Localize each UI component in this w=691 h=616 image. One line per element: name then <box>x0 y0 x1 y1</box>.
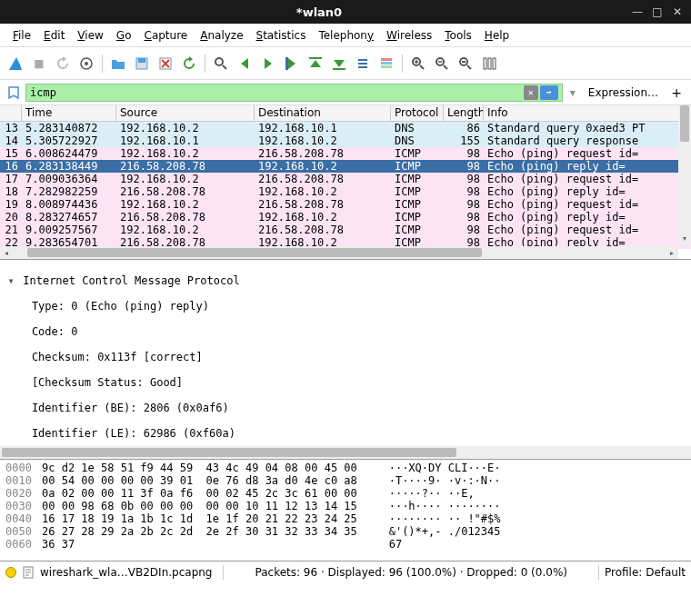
packet-row[interactable]: 208.283274657216.58.208.78192.168.10.2IC… <box>0 211 691 224</box>
packet-bytes-pane[interactable]: 00009c d2 1e 58 51 f9 44 59 43 4c 49 04 … <box>0 460 691 561</box>
status-bar: wireshark_wla…VB2DIn.pcapng Packets: 96 … <box>0 561 691 583</box>
shark-fin-icon[interactable] <box>5 54 25 74</box>
apply-filter-icon[interactable]: ➡ <box>540 85 558 100</box>
hex-row[interactable]: 005026 27 28 29 2a 2b 2c 2d 2e 2f 30 31 … <box>5 525 686 538</box>
svg-rect-14 <box>381 65 392 68</box>
horizontal-scrollbar[interactable]: ◂ ▸ <box>0 246 678 259</box>
column-header-no[interactable] <box>0 105 22 121</box>
column-header-protocol[interactable]: Protocol <box>391 105 444 121</box>
menu-help[interactable]: Help <box>479 27 515 44</box>
column-header-info[interactable]: Info <box>484 105 691 121</box>
close-button[interactable]: ✕ <box>671 5 684 18</box>
svg-rect-18 <box>462 61 466 63</box>
status-packets: Packets: 96 · Displayed: 96 (100.0%) · D… <box>229 566 593 579</box>
stop-capture-icon[interactable]: ■ <box>29 54 49 74</box>
svg-rect-12 <box>381 58 392 61</box>
packet-row[interactable]: 219.009257567192.168.10.2216.58.208.78IC… <box>0 224 691 236</box>
hex-row[interactable]: 006036 37 67 <box>5 538 686 551</box>
detail-line[interactable]: Identifier (BE): 2806 (0x0af6) <box>0 402 691 414</box>
capture-options-icon[interactable] <box>76 54 96 74</box>
menu-tools[interactable]: Tools <box>439 27 477 44</box>
menu-statistics[interactable]: Statistics <box>251 27 312 44</box>
filter-bar: icmp ✕ ➡ ▾ Expression… + <box>0 80 691 105</box>
svg-rect-13 <box>381 62 392 65</box>
maximize-button[interactable]: □ <box>651 5 664 18</box>
toolbar-separator <box>102 55 103 73</box>
menu-go[interactable]: Go <box>111 27 137 44</box>
column-header-time[interactable]: Time <box>22 105 116 121</box>
packet-row[interactable]: 198.008974436192.168.10.2216.58.208.78IC… <box>0 198 691 211</box>
svg-rect-8 <box>333 68 346 70</box>
svg-rect-19 <box>484 58 486 69</box>
horizontal-scrollbar[interactable] <box>0 446 691 459</box>
packet-list-pane: Time Source Destination Protocol Length … <box>0 105 691 260</box>
filter-history-dropdown[interactable]: ▾ <box>566 84 579 101</box>
detail-line[interactable]: Code: 0 <box>0 325 691 338</box>
hex-row[interactable]: 001000 54 00 00 00 00 39 01 0e 76 d8 3a … <box>5 474 686 487</box>
detail-line[interactable]: [Checksum Status: Good] <box>0 376 691 389</box>
menu-view[interactable]: View <box>72 27 108 44</box>
hex-row[interactable]: 00009c d2 1e 58 51 f9 44 59 43 4c 49 04 … <box>5 462 686 474</box>
expert-info-icon[interactable] <box>5 567 16 578</box>
svg-point-1 <box>85 62 88 65</box>
titlebar: *wlan0 — □ ✕ <box>0 0 691 24</box>
svg-rect-20 <box>488 58 491 69</box>
display-filter-input[interactable]: icmp ✕ ➡ <box>25 84 563 102</box>
status-profile[interactable]: Profile: Default <box>605 566 686 579</box>
svg-rect-11 <box>358 66 367 68</box>
column-header-length[interactable]: Length <box>444 105 484 121</box>
go-last-icon[interactable] <box>329 54 349 74</box>
packet-row[interactable]: 135.283140872192.168.10.2192.168.10.1DNS… <box>0 122 691 134</box>
packet-row[interactable]: 145.305722927192.168.10.1192.168.10.2DNS… <box>0 134 691 147</box>
packet-rows: 135.283140872192.168.10.2192.168.10.1DNS… <box>0 122 691 249</box>
proto-header[interactable]: Internet Control Message Protocol <box>23 274 239 287</box>
goto-packet-icon[interactable] <box>282 54 302 74</box>
detail-line[interactable]: Identifier (LE): 62986 (0xf60a) <box>0 427 691 440</box>
packet-details-pane[interactable]: ▾ Internet Control Message Protocol Type… <box>0 260 691 460</box>
menu-wireless[interactable]: Wireless <box>381 27 437 44</box>
collapse-toggle-icon[interactable]: ▾ <box>5 274 16 287</box>
svg-point-5 <box>215 58 223 65</box>
close-file-icon[interactable] <box>155 54 175 74</box>
hex-row[interactable]: 004016 17 18 19 1a 1b 1c 1d 1e 1f 20 21 … <box>5 512 686 525</box>
menu-capture[interactable]: Capture <box>138 27 193 44</box>
menu-analyze[interactable]: Analyze <box>195 27 248 44</box>
menu-edit[interactable]: Edit <box>38 27 70 44</box>
restart-capture-icon[interactable] <box>53 54 73 74</box>
auto-scroll-icon[interactable] <box>353 54 373 74</box>
menu-file[interactable]: File <box>7 27 36 44</box>
clear-filter-icon[interactable]: ✕ <box>524 85 538 100</box>
go-forward-icon[interactable] <box>258 54 278 74</box>
zoom-reset-icon[interactable] <box>456 54 476 74</box>
filter-bookmark-icon[interactable] <box>5 84 22 101</box>
detail-line[interactable]: Type: 0 (Echo (ping) reply) <box>0 300 691 313</box>
packet-row[interactable]: 166.283138449216.58.208.78192.168.10.2IC… <box>0 160 691 173</box>
packet-row[interactable]: 156.008624479192.168.10.2216.58.208.78IC… <box>0 147 691 160</box>
zoom-out-icon[interactable] <box>432 54 452 74</box>
go-back-icon[interactable] <box>235 54 255 74</box>
reload-icon[interactable] <box>179 54 199 74</box>
save-file-icon[interactable] <box>132 54 152 74</box>
svg-rect-10 <box>358 63 367 65</box>
menu-telephony[interactable]: Telephony <box>313 27 379 44</box>
add-filter-button[interactable]: + <box>667 85 686 100</box>
hex-row[interactable]: 003000 00 98 68 0b 00 00 00 00 00 10 11 … <box>5 500 686 512</box>
packet-row[interactable]: 187.282982259216.58.208.78192.168.10.2IC… <box>0 185 691 198</box>
resize-columns-icon[interactable] <box>479 54 499 74</box>
vertical-scrollbar[interactable]: ▴ ▾ <box>678 105 691 244</box>
capture-file-properties-icon[interactable] <box>22 566 35 579</box>
colorize-icon[interactable] <box>376 54 396 74</box>
open-file-icon[interactable] <box>108 54 128 74</box>
svg-rect-9 <box>358 59 367 61</box>
find-icon[interactable] <box>211 54 231 74</box>
packet-row[interactable]: 177.009036364192.168.10.2216.58.208.78IC… <box>0 173 691 185</box>
column-header-destination[interactable]: Destination <box>255 105 391 121</box>
minimize-button[interactable]: — <box>631 5 644 18</box>
toolbar-separator <box>402 55 403 73</box>
detail-line[interactable]: Checksum: 0x113f [correct] <box>0 351 691 363</box>
column-header-source[interactable]: Source <box>116 105 255 121</box>
zoom-in-icon[interactable] <box>408 54 428 74</box>
expression-button[interactable]: Expression… <box>583 86 664 99</box>
hex-row[interactable]: 00200a 02 00 00 11 3f 0a f6 00 02 45 2c … <box>5 487 686 500</box>
go-first-icon[interactable] <box>305 54 325 74</box>
